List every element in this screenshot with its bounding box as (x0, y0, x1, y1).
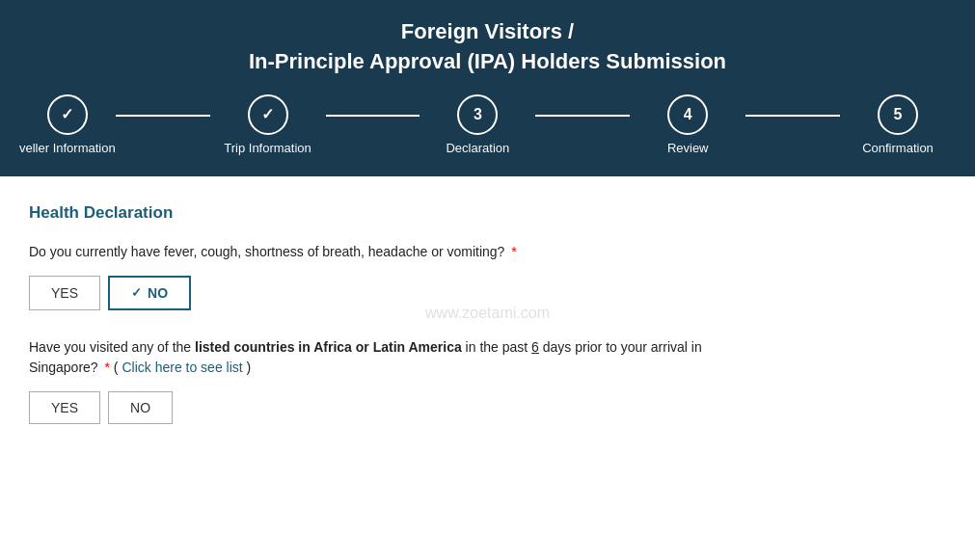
step-review-label: Review (667, 141, 709, 155)
question-2-yes-button[interactable]: YES (29, 391, 100, 424)
question-1-no-label: NO (148, 285, 168, 301)
question-2-paren-close: ) (247, 360, 252, 375)
connector-1 (116, 115, 210, 117)
connector-2 (326, 115, 420, 117)
see-list-link[interactable]: Click here to see list (122, 360, 242, 375)
step-traveller: ✓ veller Information (19, 94, 116, 155)
checkmark-icon: ✓ (131, 285, 142, 300)
question-2-required: * (105, 360, 110, 375)
connector-4 (745, 115, 840, 117)
step-traveller-label: veller Information (19, 141, 116, 155)
question-2-bold: listed countries in Africa or Latin Amer… (195, 339, 462, 355)
question-2-link-wrap: ( (114, 360, 119, 375)
step-confirmation-label: Confirmation (862, 141, 934, 155)
question-2-options: YES NO (29, 391, 946, 424)
question-2-days: 6 (531, 339, 539, 355)
question-2-country: Singapore? (29, 360, 98, 375)
main-content: Health Declaration www.zoetami.com Do yo… (0, 173, 975, 480)
question-2-block: Have you visited any of the listed count… (29, 337, 946, 424)
question-2-suffix: days prior to your arrival in (543, 339, 702, 355)
page-title: Foreign Visitors / In-Principle Approval… (19, 17, 956, 77)
question-2-no-button[interactable]: NO (108, 391, 173, 424)
question-1-yes-button[interactable]: YES (29, 276, 100, 310)
question-1-text: Do you currently have fever, cough, shor… (29, 242, 946, 262)
question-1-options: YES ✓ NO (29, 276, 946, 310)
page-header: Foreign Visitors / In-Principle Approval… (0, 0, 975, 173)
question-1-required: * (511, 244, 516, 259)
step-trip-circle: ✓ (248, 94, 288, 135)
step-confirmation: 5 Confirmation (840, 94, 956, 155)
step-declaration-circle: 3 (457, 94, 498, 135)
step-review-circle: 4 (667, 94, 708, 135)
question-2-text: Have you visited any of the listed count… (29, 337, 946, 378)
question-1-block: Do you currently have fever, cough, shor… (29, 242, 946, 310)
section-title: Health Declaration (29, 203, 946, 223)
progress-stepper: ✓ veller Information ✓ Trip Information … (19, 94, 956, 173)
question-2-prefix: Have you visited any of the (29, 339, 195, 355)
step-declaration: 3 Declaration (420, 94, 535, 155)
question-1-label: Do you currently have fever, cough, shor… (29, 244, 504, 259)
step-confirmation-circle: 5 (878, 94, 918, 135)
step-review: 4 Review (630, 94, 745, 155)
step-declaration-label: Declaration (446, 141, 509, 155)
question-1-no-button[interactable]: ✓ NO (108, 276, 191, 310)
connector-3 (535, 115, 630, 117)
question-2-mid: in the past (466, 339, 532, 355)
step-trip-label: Trip Information (224, 141, 311, 155)
content-wrapper: Health Declaration www.zoetami.com Do yo… (29, 203, 946, 424)
step-traveller-circle: ✓ (47, 94, 88, 135)
step-trip: ✓ Trip Information (210, 94, 326, 155)
